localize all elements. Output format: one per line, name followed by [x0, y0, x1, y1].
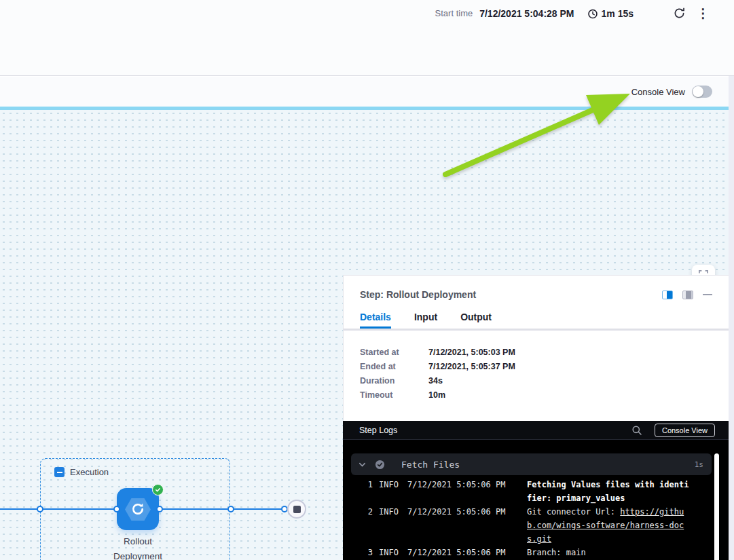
logs-console-view-button[interactable]: Console View	[655, 424, 715, 437]
log-timestamp: 7/12/2021 5:05:06 PM	[407, 478, 509, 491]
log-line-number: 3	[351, 546, 373, 559]
details-grid: Started at 7/12/2021, 5:05:03 PM Ended a…	[360, 348, 712, 400]
log-row: 3 INFO 7/12/2021 5:05:06 PM Branch: main	[351, 546, 729, 559]
port-node-in	[113, 506, 120, 512]
panel-header-icons	[662, 291, 712, 299]
log-level: INFO	[379, 505, 401, 519]
node-label: Rollout Deployment	[90, 534, 185, 560]
console-view-bar: Console View	[0, 77, 734, 107]
step-logs-panel: Step Logs Console View Fetch Files	[343, 421, 729, 560]
log-message: Fetching Values files with identifier: p…	[527, 478, 689, 505]
detail-label: Started at	[360, 348, 428, 357]
start-time-value: 7/12/2021 5:04:28 PM	[479, 8, 574, 19]
end-node[interactable]	[287, 500, 306, 519]
panel-tabs: Details Input Output	[344, 312, 729, 329]
tabbar-underline	[344, 329, 729, 331]
kebab-menu-icon: ⋮	[697, 7, 710, 20]
panel-title: Step: Rollout Deployment	[360, 289, 476, 300]
tab-input[interactable]: Input	[414, 312, 437, 329]
success-check-badge	[152, 484, 164, 496]
detail-value: 7/12/2021, 5:05:37 PM	[428, 362, 712, 371]
success-check-icon	[155, 487, 161, 493]
detail-label: Duration	[360, 376, 428, 386]
log-row: 1 INFO 7/12/2021 5:05:06 PM Fetching Val…	[351, 478, 729, 505]
start-time-label: Start time	[435, 8, 473, 18]
rollout-deployment-node[interactable]	[117, 488, 159, 530]
log-message: Branch: main	[527, 546, 689, 559]
port-group-in	[37, 506, 43, 512]
stop-square-icon	[293, 506, 301, 513]
search-icon	[631, 425, 642, 436]
page-scrollbar-track[interactable]	[729, 76, 734, 560]
detail-value: 34s	[428, 376, 712, 386]
detail-value: 7/12/2021, 5:05:03 PM	[428, 348, 712, 357]
minimize-icon[interactable]	[703, 294, 712, 295]
console-view-toggle[interactable]	[692, 86, 712, 98]
step-logs-toolbar: Step Logs Console View	[343, 421, 729, 440]
pane-icon[interactable]	[682, 291, 693, 299]
top-header: Start time 7/12/2021 5:04:28 PM 1m 15s ⋮	[0, 0, 734, 76]
port-group-out	[227, 506, 234, 512]
logs-body: Fetch Files 1s 1 INFO 7/12/2021 5:05:06 …	[343, 453, 729, 559]
detail-value: 10m	[428, 390, 712, 400]
panel-header: Step: Rollout Deployment	[344, 276, 729, 300]
section-success-check-icon	[375, 460, 385, 470]
log-rows: 1 INFO 7/12/2021 5:05:06 PM Fetching Val…	[351, 478, 729, 559]
log-section-fetch-files[interactable]: Fetch Files 1s	[351, 453, 712, 475]
log-timestamp: 7/12/2021 5:05:06 PM	[407, 505, 509, 519]
log-level: INFO	[379, 546, 401, 559]
detail-label: Ended at	[360, 362, 428, 371]
chevron-down-icon	[358, 460, 367, 469]
log-line-number: 2	[351, 505, 373, 519]
refresh-button[interactable]	[673, 7, 686, 20]
execution-group-header[interactable]: Execution	[54, 467, 109, 477]
toggle-knob	[693, 86, 703, 97]
log-section-duration: 1s	[695, 460, 703, 469]
tab-details[interactable]: Details	[360, 312, 391, 329]
rollout-refresh-icon	[129, 500, 147, 518]
console-view-label: Console View	[631, 87, 685, 97]
log-timestamp: 7/12/2021 5:05:06 PM	[407, 546, 509, 559]
split-pane-icon[interactable]	[662, 291, 673, 299]
log-message: Git connector Url: https://github.com/wi…	[527, 505, 689, 546]
kebab-menu-button[interactable]: ⋮	[697, 7, 710, 20]
duration-group: 1m 15s	[587, 8, 634, 19]
log-section-name: Fetch Files	[401, 460, 460, 470]
duration-value: 1m 15s	[602, 8, 634, 19]
collapse-minus-icon[interactable]	[54, 467, 65, 477]
log-line-number: 1	[351, 478, 373, 491]
port-node-out	[156, 506, 163, 512]
clock-icon	[587, 8, 598, 19]
execution-meta: Start time 7/12/2021 5:04:28 PM 1m 15s ⋮	[435, 7, 710, 20]
log-level: INFO	[379, 478, 401, 491]
execution-group-label: Execution	[70, 467, 109, 477]
tab-output[interactable]: Output	[460, 312, 492, 329]
detail-label: Timeout	[360, 390, 428, 400]
step-logs-title: Step Logs	[359, 426, 397, 435]
pipeline-execution-page: Start time 7/12/2021 5:04:28 PM 1m 15s ⋮	[0, 0, 734, 560]
log-row: 2 INFO 7/12/2021 5:05:06 PM Git connecto…	[351, 505, 729, 546]
log-search-button[interactable]	[631, 425, 642, 436]
log-scrollbar-thumb[interactable]	[714, 453, 719, 560]
refresh-icon	[673, 7, 686, 20]
log-message-prefix: Git connector Url:	[527, 507, 620, 517]
